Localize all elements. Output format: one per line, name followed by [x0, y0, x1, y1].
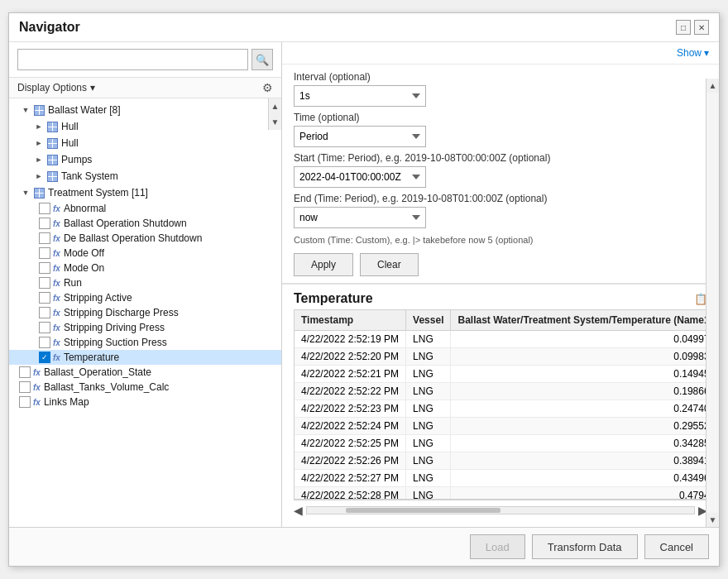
tree-item-ballast-tanks-vol[interactable]: fx Ballast_Tanks_Volume_Calc	[9, 380, 281, 395]
checkbox-stripping-discharge[interactable]	[39, 307, 50, 318]
checkbox-ballast-op-shutdown[interactable]	[39, 218, 50, 229]
ballast-tanks-vol-label: Ballast_Tanks_Volume_Calc	[44, 381, 169, 393]
right-vscroll-up[interactable]: ▲	[706, 79, 719, 93]
expander-pumps[interactable]: ►	[32, 153, 46, 166]
tree-item-ballast-op-state[interactable]: fx Ballast_Operation_State	[9, 365, 281, 380]
table-row[interactable]: 4/22/2022 2:52:21 PM LNG 0.14945	[295, 366, 707, 383]
tree-item-ballast-op-shutdown[interactable]: fx Ballast Operation Shutdown	[9, 216, 281, 231]
cancel-button[interactable]: Cancel	[644, 534, 709, 559]
close-button[interactable]: ✕	[694, 20, 709, 35]
load-button[interactable]: Load	[470, 534, 525, 559]
tree-item-run[interactable]: fx Run	[9, 275, 281, 290]
start-select[interactable]: 2022-04-01T00:00:00Z	[294, 166, 426, 188]
run-label: Run	[64, 277, 82, 289]
temperature-label: Temperature	[64, 352, 119, 363]
display-options-icon: ⚙	[262, 81, 273, 94]
table-row[interactable]: 4/22/2022 2:52:20 PM LNG 0.09983	[295, 348, 707, 366]
transform-button[interactable]: Transform Data	[532, 534, 638, 559]
checkbox-stripping-active[interactable]	[39, 292, 50, 304]
grid-icon-pumps	[46, 154, 59, 165]
tree-item-treatment-system[interactable]: ▼ Treatment System [11]	[9, 184, 281, 201]
tree-item-stripping-discharge[interactable]: fx Stripping Discharge Press	[9, 305, 281, 320]
fx-icon-stripping-driving: fx	[53, 323, 60, 333]
search-input[interactable]	[17, 49, 248, 70]
tree-item-tank-system[interactable]: ► Tank System	[9, 168, 281, 184]
tree-area[interactable]: ▼ Ballast Water [8]	[9, 98, 281, 527]
checkbox-stripping-suction[interactable]	[39, 337, 50, 348]
table-row[interactable]: 4/22/2022 2:52:26 PM LNG 0.38941	[295, 452, 707, 470]
de-ballast-op-shutdown-label: De Ballast Operation Shutdown	[64, 232, 202, 244]
cell-vessel: LNG	[406, 452, 451, 470]
tree-item-pumps[interactable]: ► Pumps	[9, 151, 281, 168]
end-select[interactable]: now	[294, 207, 426, 228]
minimize-button[interactable]: □	[676, 20, 691, 35]
tree-item-mode-off[interactable]: fx Mode Off	[9, 246, 281, 261]
tree-item-stripping-active[interactable]: fx Stripping Active	[9, 290, 281, 305]
checkbox-mode-on[interactable]	[39, 262, 50, 274]
apply-button[interactable]: Apply	[294, 253, 353, 276]
checkbox-abnormal[interactable]	[39, 203, 50, 214]
checkbox-de-ballast-op-shutdown[interactable]	[39, 232, 50, 244]
clear-button[interactable]: Clear	[360, 253, 419, 276]
table-header-row: Timestamp Vessel Ballast Water/Treatment…	[295, 310, 707, 331]
tree-scroll-container: ▼ Ballast Water [8]	[9, 98, 281, 413]
tree-item-hull-1[interactable]: ► Hull	[9, 118, 281, 135]
cell-value: 0.43496	[451, 470, 707, 487]
display-options-label-text: Display Options	[17, 82, 87, 93]
checkbox-run[interactable]	[39, 277, 50, 289]
checkbox-ballast-op-state[interactable]	[19, 366, 31, 378]
checkbox-temperature[interactable]: ✓	[39, 352, 50, 363]
tree-item-mode-on[interactable]: fx Mode On	[9, 261, 281, 275]
checkbox-stripping-driving[interactable]	[39, 322, 50, 333]
search-button[interactable]: 🔍	[251, 49, 273, 70]
right-vscroll-down[interactable]: ▼	[706, 513, 719, 527]
tree-item-stripping-suction[interactable]: fx Stripping Suction Press	[9, 335, 281, 350]
expander-hull-1[interactable]: ►	[32, 120, 46, 133]
checkbox-ballast-tanks-vol[interactable]	[19, 381, 31, 393]
cell-value: 0.24740	[451, 400, 707, 418]
tree-item-hull-2[interactable]: ► Hull	[9, 135, 281, 151]
table-row[interactable]: 4/22/2022 2:52:25 PM LNG 0.34285	[295, 435, 707, 452]
tree-item-temperature[interactable]: ✓ fx Temperature	[9, 350, 281, 365]
tree-scroll-up[interactable]: ▲	[270, 98, 281, 114]
grid-icon-hull-2	[46, 137, 59, 149]
fx-icon-run: fx	[53, 279, 60, 288]
display-options-toggle[interactable]: Display Options ▾	[17, 82, 95, 93]
tree-item-links-map[interactable]: fx Links Map	[9, 395, 281, 409]
cell-timestamp: 4/22/2022 2:52:26 PM	[295, 452, 406, 470]
cell-timestamp: 4/22/2022 2:52:27 PM	[295, 470, 406, 487]
expander-ballast-water[interactable]: ▼	[19, 103, 32, 117]
scroll-left-arrow[interactable]: ◀	[294, 504, 303, 517]
table-row[interactable]: 4/22/2022 2:52:23 PM LNG 0.24740	[295, 400, 707, 418]
table-row[interactable]: 4/22/2022 2:52:24 PM LNG 0.29552	[295, 418, 707, 435]
links-map-label: Links Map	[44, 396, 89, 408]
interval-select[interactable]: 1s 5s 10s	[294, 85, 426, 107]
expander-tank-system[interactable]: ►	[32, 170, 46, 183]
table-row[interactable]: 4/22/2022 2:52:19 PM LNG 0.04997	[295, 331, 707, 348]
checkbox-mode-off[interactable]	[39, 247, 50, 259]
interval-label: Interval (optional)	[294, 71, 694, 83]
tree-item-abnormal[interactable]: fx Abnormal	[9, 201, 281, 216]
time-select[interactable]: Period Custom Latest	[294, 126, 426, 147]
cell-value: 0.04997	[451, 331, 707, 348]
data-table: Timestamp Vessel Ballast Water/Treatment…	[295, 310, 707, 500]
temperature-title: Temperature	[294, 291, 373, 306]
table-row[interactable]: 4/22/2022 2:52:28 PM LNG 0.4794	[295, 487, 707, 500]
expander-treatment-system[interactable]: ▼	[19, 186, 32, 199]
tree-item-de-ballast-op-shutdown[interactable]: fx De Ballast Operation Shutdown	[9, 231, 281, 246]
show-button[interactable]: Show ▾	[677, 47, 709, 59]
horizontal-scrollbar[interactable]	[306, 506, 695, 514]
tree-scroll-down[interactable]: ▼	[270, 114, 281, 130]
tree-item-ballast-water[interactable]: ▼ Ballast Water [8]	[9, 102, 281, 118]
expander-hull-2[interactable]: ►	[32, 136, 46, 150]
fx-icon-stripping-suction: fx	[53, 338, 60, 347]
table-wrapper[interactable]: Timestamp Vessel Ballast Water/Treatment…	[294, 309, 707, 500]
cell-value: 0.09983	[451, 348, 707, 366]
table-row[interactable]: 4/22/2022 2:52:27 PM LNG 0.43496	[295, 470, 707, 487]
cell-vessel: LNG	[406, 331, 451, 348]
checkbox-links-map[interactable]	[19, 396, 31, 408]
fx-icon-mode-off: fx	[53, 249, 60, 258]
tree-item-stripping-driving[interactable]: fx Stripping Driving Press	[9, 320, 281, 335]
table-row[interactable]: 4/22/2022 2:52:22 PM LNG 0.19866	[295, 383, 707, 400]
fx-icon-ballast-op-state: fx	[33, 368, 41, 377]
